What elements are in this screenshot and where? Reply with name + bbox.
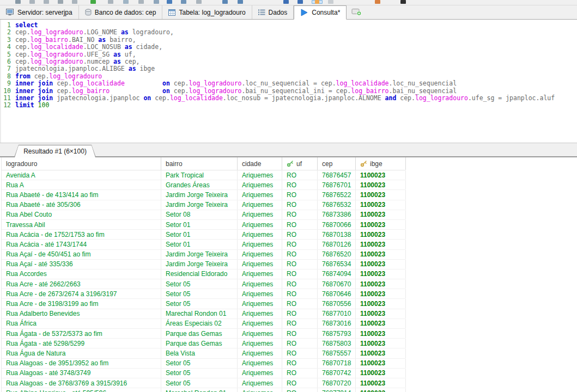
cell-cidade[interactable]: Ariquemes (238, 339, 282, 348)
cell-cep[interactable]: 76876522 (318, 190, 356, 199)
table-row[interactable]: Rua Acre - até 2662/2663Setor 05Ariqueme… (2, 279, 405, 289)
table-row[interactable]: Rua Alagoas - até 3748/3749Setor 05Ariqu… (2, 369, 405, 378)
cell-cep[interactable]: 76877014 (318, 388, 356, 392)
cell-logradouro[interactable]: Rua África (2, 319, 161, 328)
table-row[interactable]: Rua Açaí - de 450/451 ao fimJardim Jorge… (2, 250, 405, 260)
cell-bairro[interactable]: Setor 05 (161, 378, 238, 388)
cell-cidade[interactable]: Ariquemes (238, 170, 282, 180)
table-row[interactable]: Rua Adalberto BenevidesMarechal Rondon 0… (2, 309, 405, 319)
cell-bairro[interactable]: Jardim Jorge Teixeira (161, 260, 238, 269)
cell-logradouro[interactable]: Rua Ágata - até 5298/5299 (2, 339, 161, 348)
column-header-cep[interactable]: cep (318, 157, 356, 170)
tab-table[interactable]: Tabela: log_logradouro (162, 5, 252, 19)
cell-cep[interactable]: 76873016 (318, 319, 356, 328)
cell-cep[interactable]: 76874094 (318, 270, 356, 279)
cell-ibge[interactable]: 1100023 (356, 289, 406, 298)
cell-uf[interactable]: RO (282, 210, 318, 219)
cell-cep[interactable]: 76875793 (318, 329, 356, 338)
cell-uf[interactable]: RO (282, 220, 318, 229)
cell-cidade[interactable]: Ariquemes (238, 329, 282, 338)
column-header-uf[interactable]: uf (282, 157, 318, 170)
toolbar-button-fragment[interactable] (29, 0, 35, 4)
table-row[interactable]: Rua Ágata - de 5372/5373 ao fimParque da… (2, 329, 405, 339)
cell-logradouro[interactable]: Rua Abaeté - até 305/306 (2, 200, 161, 210)
toolbar-button-fragment[interactable] (15, 0, 21, 4)
cell-logradouro[interactable]: Rua Alagoas - de 3951/3952 ao fim (2, 359, 161, 368)
cell-cep[interactable]: 76873386 (318, 210, 356, 219)
cell-bairro[interactable]: Park Tropical (161, 170, 238, 180)
toolbar-button-fragment[interactable] (167, 0, 172, 4)
cell-ibge[interactable]: 1100023 (356, 359, 406, 368)
cell-cep[interactable]: 76870720 (318, 378, 356, 388)
cell-logradouro[interactable]: Rua Abel Couto (2, 210, 161, 219)
table-row[interactable]: Rua AccordesResidencial EldoradoAriqueme… (2, 270, 405, 279)
cell-uf[interactable]: RO (282, 250, 318, 259)
cell-ibge[interactable]: 1100023 (356, 348, 406, 358)
table-row[interactable]: Rua Abaeté - até 305/306Jardim Jorge Tei… (2, 200, 405, 210)
cell-uf[interactable]: RO (282, 329, 318, 338)
cell-cidade[interactable]: Ariquemes (238, 388, 282, 392)
cell-logradouro[interactable]: Rua Accordes (2, 270, 161, 279)
cell-cidade[interactable]: Ariquemes (238, 250, 282, 259)
cell-uf[interactable]: RO (282, 369, 318, 378)
cell-ibge[interactable]: 1100023 (356, 220, 406, 229)
cell-bairro[interactable]: Setor 05 (161, 359, 238, 368)
cell-cidade[interactable]: Ariquemes (238, 180, 282, 189)
cell-logradouro[interactable]: Rua Abaeté - de 413/414 ao fim (2, 190, 161, 199)
cell-uf[interactable]: RO (282, 289, 318, 298)
cell-bairro[interactable]: Setor 01 (161, 220, 238, 229)
cell-cep[interactable]: 76876532 (318, 200, 356, 210)
cell-cep[interactable]: 76875803 (318, 339, 356, 348)
toolbar-button-fragment[interactable] (315, 0, 319, 4)
cell-uf[interactable]: RO (282, 170, 318, 180)
tab-database[interactable]: Banco de dados: cep (79, 5, 163, 19)
cell-cidade[interactable]: Ariquemes (238, 230, 282, 239)
cell-logradouro[interactable]: Rua Alagoas - de 3768/3769 a 3915/3916 (2, 378, 161, 388)
cell-cep[interactable]: 76875557 (318, 348, 356, 358)
toolbar-button-fragment[interactable] (238, 0, 243, 4)
cell-bairro[interactable]: Marechal Rondon 01 (161, 309, 238, 318)
tab-server[interactable]: Servidor: serverjpa (0, 5, 79, 19)
column-header-ibge[interactable]: ibge (356, 157, 406, 170)
cell-cep[interactable]: 76870138 (318, 230, 356, 239)
cell-cidade[interactable]: Ariquemes (238, 220, 282, 229)
cell-uf[interactable]: RO (282, 270, 318, 279)
cell-logradouro[interactable]: Rua Adalberto Benevides (2, 309, 161, 318)
toolbar-button-fragment[interactable] (375, 0, 380, 4)
cell-uf[interactable]: RO (282, 299, 318, 308)
cell-bairro[interactable]: Setor 05 (161, 299, 238, 308)
result-tab[interactable]: Resultado #1 (6×100) (14, 145, 96, 157)
toolbar-button-fragment[interactable] (328, 0, 333, 4)
toolbar-button-fragment[interactable] (90, 0, 96, 4)
cell-bairro[interactable]: Jardim Jorge Teixeira (161, 190, 238, 199)
table-row[interactable]: Rua Acácia - até 1743/1744Setor 01Arique… (2, 240, 405, 249)
toolbar-button-fragment[interactable] (196, 0, 202, 4)
cell-logradouro[interactable]: Rua Albina Henrique - até 595/596 (2, 388, 161, 392)
cell-cidade[interactable]: Ariquemes (238, 378, 282, 388)
cell-cidade[interactable]: Ariquemes (238, 359, 282, 368)
toolbar-button-fragment[interactable] (138, 0, 144, 4)
toolbar-button-fragment[interactable] (123, 0, 129, 4)
cell-bairro[interactable]: Setor 01 (161, 240, 238, 249)
cell-logradouro[interactable]: Travessa Abil (2, 220, 161, 229)
cell-bairro[interactable]: Jardim Jorge Teixeira (161, 200, 238, 210)
toolbar-button-fragment[interactable] (44, 0, 49, 4)
cell-uf[interactable]: RO (282, 359, 318, 368)
column-header-cidade[interactable]: cidade (238, 157, 282, 170)
cell-ibge[interactable]: 1100023 (356, 210, 406, 219)
cell-bairro[interactable]: Grandes Áreas (161, 180, 238, 189)
table-row[interactable]: Rua ÁfricaÁreas Especiais 02AriquemesRO7… (2, 319, 405, 329)
cell-ibge[interactable]: 1100023 (356, 309, 406, 318)
cell-ibge[interactable]: 1100023 (356, 319, 406, 328)
cell-uf[interactable]: RO (282, 240, 318, 249)
cell-uf[interactable]: RO (282, 180, 318, 189)
cell-ibge[interactable]: 1100023 (356, 329, 406, 338)
tab-query[interactable]: Consulta* (294, 5, 347, 20)
cell-ibge[interactable]: 1100023 (356, 200, 406, 210)
column-header-bairro[interactable]: bairro (161, 157, 238, 170)
cell-uf[interactable]: RO (282, 200, 318, 210)
cell-cep[interactable]: 76870670 (318, 279, 356, 289)
cell-uf[interactable]: RO (282, 279, 318, 289)
cell-logradouro[interactable]: Rua Água de Natura (2, 348, 161, 358)
table-row[interactable]: Rua Açaí - até 335/336Jardim Jorge Teixe… (2, 260, 405, 270)
